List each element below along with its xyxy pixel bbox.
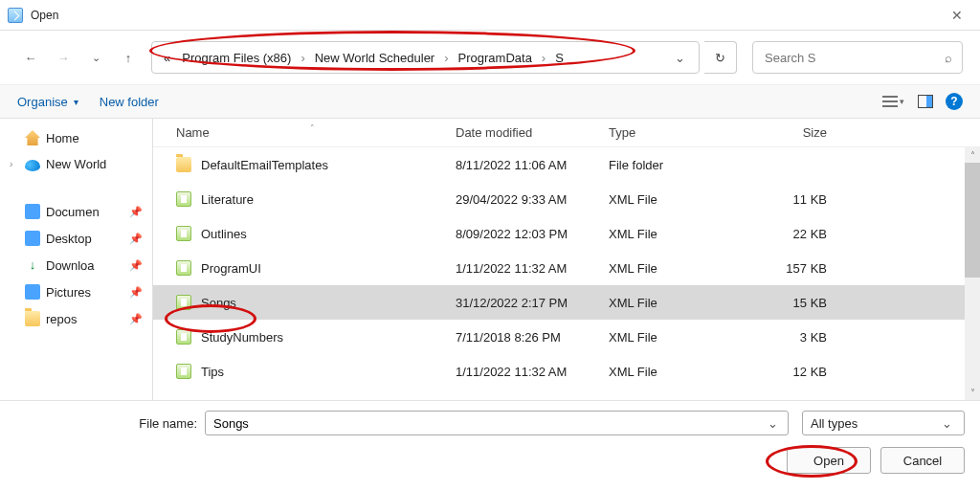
bottom-panel: File name: ⌄ All types ⌄ Open Cancel xyxy=(0,400,980,485)
file-size: 3 KB xyxy=(748,330,835,345)
preview-pane-toggle[interactable] xyxy=(913,90,938,113)
xml-file-icon xyxy=(176,329,191,345)
close-button[interactable]: ✕ xyxy=(942,4,972,27)
pin-icon: 📌 xyxy=(129,313,143,325)
filter-value: All types xyxy=(811,416,938,431)
tree-label: Home xyxy=(46,131,79,145)
file-date: 31/12/2022 2:17 PM xyxy=(456,296,609,310)
file-row[interactable]: StudyNumbers7/11/2018 8:26 PMXML File3 K… xyxy=(153,320,980,354)
file-type: XML File xyxy=(609,296,748,310)
tree-home[interactable]: Home xyxy=(6,124,146,151)
organise-label: Organise xyxy=(17,95,68,109)
scroll-down-icon[interactable]: ˅ xyxy=(965,385,980,400)
pin-icon: 📌 xyxy=(129,286,143,299)
cancel-button[interactable]: Cancel xyxy=(880,447,965,474)
nav-tree[interactable]: Home › New World Documen 📌 Desktop 📌 ↓ D… xyxy=(0,119,153,400)
col-date-header[interactable]: Date modified xyxy=(456,125,609,140)
sort-indicator-icon: ˄ xyxy=(310,123,315,133)
search-icon[interactable]: ⌕ xyxy=(945,51,952,65)
file-size: 157 KB xyxy=(748,261,835,276)
file-size: 15 KB xyxy=(748,296,835,310)
file-type: XML File xyxy=(609,365,748,379)
tree-label: Pictures xyxy=(46,285,91,300)
breadcrumb-item[interactable]: Program Files (x86) xyxy=(178,49,295,67)
file-type: XML File xyxy=(609,192,748,207)
tree-quick-item[interactable]: Pictures 📌 xyxy=(6,278,146,305)
folder-icon xyxy=(25,311,40,326)
tree-label: New World xyxy=(46,157,106,171)
tree-quick-item[interactable]: ↓ Downloa 📌 xyxy=(6,252,146,278)
tree-quick-item[interactable]: Documen 📌 xyxy=(6,198,146,225)
breadcrumb-item[interactable]: ProgramData xyxy=(455,49,536,67)
tree-quick-item[interactable]: Desktop 📌 xyxy=(6,225,146,252)
xml-file-icon xyxy=(176,191,191,207)
xml-file-icon xyxy=(176,364,191,379)
filename-input[interactable] xyxy=(212,415,764,432)
file-name: ProgramUI xyxy=(201,261,261,276)
search-input[interactable] xyxy=(763,50,945,66)
recent-locations[interactable]: ⌄ xyxy=(82,44,109,71)
view-options[interactable]: ▾ xyxy=(880,90,905,113)
breadcrumb-item[interactable]: S xyxy=(551,49,568,67)
file-row[interactable]: ProgramUI1/11/2022 11:32 AMXML File157 K… xyxy=(153,251,980,285)
chevron-down-icon[interactable]: ⌄ xyxy=(764,416,782,431)
file-size: 12 KB xyxy=(748,365,835,379)
chevron-right-icon[interactable]: › xyxy=(299,51,306,65)
forward-button[interactable]: → xyxy=(50,44,77,71)
file-row[interactable]: Literature29/04/2022 9:33 AMXML File11 K… xyxy=(153,182,980,216)
chevron-right-icon[interactable]: › xyxy=(540,51,547,65)
pin-icon: 📌 xyxy=(129,259,143,272)
folder-icon xyxy=(25,204,40,219)
file-list: Name˄ Date modified Type Size DefaultEma… xyxy=(153,119,980,400)
breadcrumb-item[interactable]: New World Scheduler xyxy=(311,49,438,67)
file-row[interactable]: Songs31/12/2022 2:17 PMXML File15 KB xyxy=(153,285,980,320)
column-headers: Name˄ Date modified Type Size xyxy=(153,119,980,147)
refresh-button[interactable]: ↻ xyxy=(704,41,737,74)
scroll-up-icon[interactable]: ˄ xyxy=(965,147,980,163)
open-button[interactable]: Open xyxy=(787,447,871,474)
file-name: StudyNumbers xyxy=(201,330,283,345)
expand-icon[interactable]: › xyxy=(10,159,19,169)
onedrive-icon xyxy=(25,160,40,171)
filename-combo[interactable]: ⌄ xyxy=(205,411,789,435)
filename-label: File name: xyxy=(15,416,197,431)
tree-quick-item[interactable]: repos 📌 xyxy=(6,305,146,332)
folder-icon xyxy=(25,231,40,246)
file-date: 1/11/2022 11:32 AM xyxy=(456,365,609,379)
help-button[interactable]: ? xyxy=(946,93,963,110)
file-name: Literature xyxy=(201,192,254,207)
col-type-header[interactable]: Type xyxy=(609,125,748,140)
window-title: Open xyxy=(31,9,58,22)
filter-combo[interactable]: All types ⌄ xyxy=(802,411,965,435)
back-button[interactable]: ← xyxy=(17,44,44,71)
file-date: 1/11/2022 11:32 AM xyxy=(456,261,609,276)
search-box[interactable]: ⌕ xyxy=(752,41,963,74)
breadcrumb-overflow[interactable]: « xyxy=(160,49,174,67)
toolbar: Organise ▾ New folder ▾ ? xyxy=(0,84,980,119)
new-folder-button[interactable]: New folder xyxy=(100,95,159,109)
file-type: XML File xyxy=(609,330,748,345)
chevron-down-icon: ▾ xyxy=(74,97,78,107)
address-bar[interactable]: « Program Files (x86) › New World Schedu… xyxy=(151,41,700,74)
file-name: Outlines xyxy=(201,227,247,241)
scrollbar[interactable]: ˄ ˅ xyxy=(965,147,980,400)
tree-onedrive[interactable]: › New World xyxy=(6,151,146,177)
folder-icon xyxy=(25,284,40,300)
title-bar: Open ✕ xyxy=(0,0,980,31)
tree-label: Downloa xyxy=(46,258,95,273)
svg-rect-1 xyxy=(926,96,932,107)
address-dropdown[interactable]: ⌄ xyxy=(669,51,691,65)
file-name: DefaultEmailTemplates xyxy=(201,158,328,172)
chevron-down-icon[interactable]: ⌄ xyxy=(938,416,956,431)
file-row[interactable]: DefaultEmailTemplates8/11/2022 11:06 AMF… xyxy=(153,147,980,182)
col-size-header[interactable]: Size xyxy=(748,125,835,140)
scroll-thumb[interactable] xyxy=(965,163,980,278)
tree-label: repos xyxy=(46,312,78,326)
organise-menu[interactable]: Organise ▾ xyxy=(17,95,78,109)
col-name-header[interactable]: Name˄ xyxy=(176,125,456,140)
tree-label: Desktop xyxy=(46,232,92,246)
file-row[interactable]: Tips1/11/2022 11:32 AMXML File12 KB xyxy=(153,354,980,389)
file-row[interactable]: Outlines8/09/2022 12:03 PMXML File22 KB xyxy=(153,216,980,251)
chevron-right-icon[interactable]: › xyxy=(442,51,450,65)
up-button[interactable]: ↑ xyxy=(115,44,142,71)
